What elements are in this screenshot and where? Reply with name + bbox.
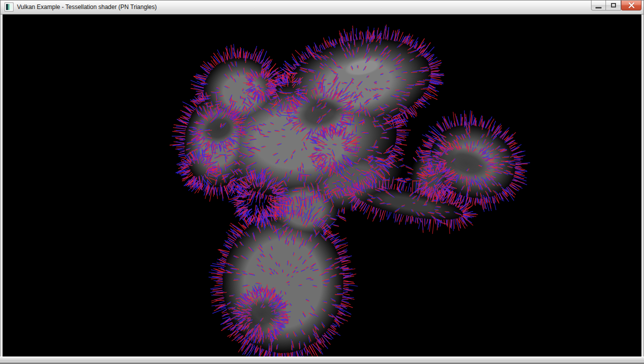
- minimize-button[interactable]: [591, 0, 606, 10]
- window-controls: [591, 0, 642, 10]
- close-icon: [628, 2, 634, 8]
- app-window: Vulkan Example - Tessellation shader (PN…: [0, 0, 644, 364]
- minimize-icon: [596, 7, 602, 8]
- window-title: Vulkan Example - Tessellation shader (PN…: [17, 4, 156, 10]
- window-border-right[interactable]: [641, 14, 644, 356]
- maximize-button[interactable]: [606, 0, 621, 10]
- maximize-icon: [611, 3, 616, 8]
- titlebar[interactable]: Vulkan Example - Tessellation shader (PN…: [0, 0, 644, 14]
- close-button[interactable]: [621, 0, 642, 10]
- app-icon: [5, 3, 13, 11]
- window-border-left[interactable]: [0, 14, 3, 356]
- render-viewport[interactable]: [3, 14, 641, 356]
- window-border-bottom[interactable]: [0, 356, 644, 364]
